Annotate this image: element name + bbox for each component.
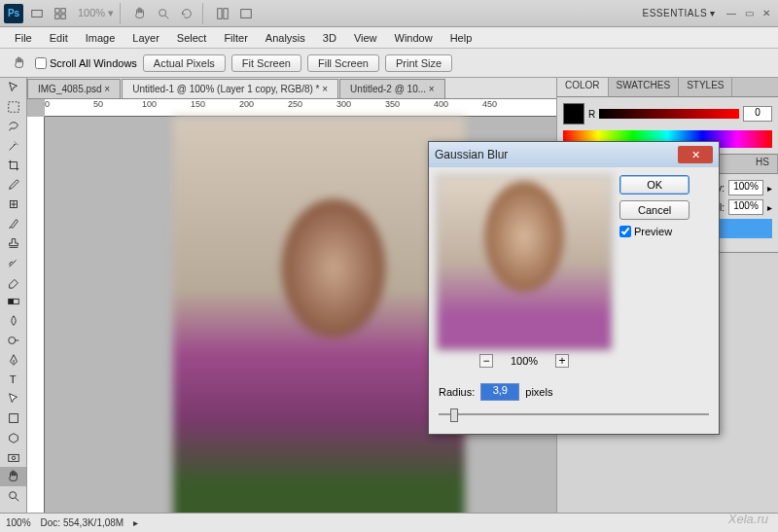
- menu-select[interactable]: Select: [168, 30, 216, 46]
- menu-image[interactable]: Image: [77, 30, 124, 46]
- menu-view[interactable]: View: [345, 30, 386, 46]
- svg-point-19: [9, 492, 16, 499]
- camera-tool[interactable]: [0, 447, 26, 467]
- wand-tool[interactable]: [0, 136, 26, 156]
- minimize-button[interactable]: —: [724, 7, 739, 20]
- svg-rect-2: [61, 8, 65, 12]
- blur-preview[interactable]: [437, 175, 612, 350]
- crop-tool[interactable]: [0, 156, 26, 175]
- zoom-out-button[interactable]: −: [479, 354, 493, 368]
- app-logo: Ps: [4, 4, 23, 23]
- document-tab[interactable]: Untitled-2 @ 10... ×: [339, 79, 445, 98]
- menu-layer[interactable]: Layer: [124, 30, 168, 46]
- menu-3d[interactable]: 3D: [314, 30, 345, 46]
- panel-tab-swatches[interactable]: SWATCHES: [609, 78, 680, 96]
- svg-point-14: [8, 337, 15, 344]
- hand-icon[interactable]: [130, 4, 150, 23]
- radius-input[interactable]: 3,9: [480, 383, 519, 401]
- brush-tool[interactable]: [0, 214, 26, 233]
- menu-filter[interactable]: Filter: [215, 30, 256, 46]
- stamp-tool[interactable]: [0, 233, 26, 253]
- preview-checkbox[interactable]: Preview: [619, 226, 690, 237]
- shape-tool[interactable]: [0, 408, 26, 428]
- panel-tab-styles[interactable]: STYLES: [679, 78, 732, 96]
- svg-rect-16: [9, 414, 18, 423]
- tools-panel: T: [0, 78, 27, 532]
- title-bar: Ps 100% ▾ ESSENTIALS ▾ — ▭ ✕: [0, 0, 778, 27]
- arrange-icon[interactable]: [213, 4, 232, 23]
- rotate-icon[interactable]: [177, 4, 196, 23]
- lasso-tool[interactable]: [0, 117, 26, 136]
- svg-line-20: [15, 498, 18, 502]
- radius-slider[interactable]: [439, 407, 709, 422]
- r-slider[interactable]: [599, 109, 739, 119]
- svg-rect-1: [55, 8, 59, 12]
- opacity-value[interactable]: 100%: [728, 180, 763, 195]
- screen-mode-icon[interactable]: [236, 4, 256, 23]
- eyedropper-tool[interactable]: [0, 175, 26, 195]
- svg-rect-10: [8, 102, 18, 113]
- healing-tool[interactable]: [0, 195, 26, 214]
- document-tab[interactable]: Untitled-1 @ 100% (Layer 1 copy, RGB/8) …: [122, 79, 338, 98]
- status-zoom[interactable]: 100%: [6, 517, 31, 528]
- fit-screen-button[interactable]: Fit Screen: [231, 54, 301, 72]
- svg-text:T: T: [9, 373, 16, 385]
- cancel-button[interactable]: Cancel: [619, 200, 690, 220]
- dialog-close-button[interactable]: ✕: [678, 146, 713, 163]
- blur-tool[interactable]: [0, 311, 26, 331]
- svg-rect-3: [55, 14, 59, 18]
- workspace-switcher[interactable]: ESSENTIALS ▾: [643, 8, 716, 18]
- marquee-tool[interactable]: [0, 97, 26, 117]
- dodge-tool[interactable]: [0, 331, 26, 350]
- panel-tab-extra[interactable]: HS: [748, 155, 778, 173]
- zoom-in-button[interactable]: +: [555, 354, 569, 368]
- zoom-tool[interactable]: [0, 486, 26, 506]
- ok-button[interactable]: OK: [619, 175, 690, 195]
- svg-rect-13: [8, 299, 13, 303]
- gradient-tool[interactable]: [0, 292, 26, 311]
- history-icon[interactable]: [51, 4, 70, 23]
- watermark: Xela.ru: [728, 512, 768, 526]
- 3d-tool[interactable]: [0, 428, 26, 447]
- tool-preset-icon[interactable]: [10, 53, 29, 73]
- zoom-icon[interactable]: [154, 4, 173, 23]
- svg-rect-9: [241, 9, 252, 18]
- pen-tool[interactable]: [0, 350, 26, 370]
- svg-rect-17: [8, 454, 18, 461]
- options-bar: Scroll All Windows Actual Pixels Fit Scr…: [0, 49, 778, 78]
- eraser-tool[interactable]: [0, 272, 26, 292]
- canvas-image[interactable]: [173, 117, 465, 532]
- gaussian-blur-dialog: Gaussian Blur ✕ − 100% + OK Cancel Previ…: [428, 141, 720, 435]
- close-button[interactable]: ✕: [759, 7, 774, 20]
- menu-window[interactable]: Window: [386, 30, 442, 46]
- actual-pixels-button[interactable]: Actual Pixels: [143, 54, 226, 72]
- print-size-button[interactable]: Print Size: [385, 54, 452, 72]
- type-tool[interactable]: T: [0, 370, 26, 389]
- fill-screen-button[interactable]: Fill Screen: [307, 54, 379, 72]
- svg-line-6: [165, 15, 169, 18]
- path-tool[interactable]: [0, 389, 26, 408]
- maximize-button[interactable]: ▭: [741, 7, 757, 20]
- svg-rect-8: [224, 8, 228, 18]
- history-brush-tool[interactable]: [0, 253, 26, 272]
- document-tabs: IMG_4085.psd × Untitled-1 @ 100% (Layer …: [27, 78, 556, 99]
- hand-tool[interactable]: [0, 467, 26, 486]
- bridge-icon[interactable]: [27, 4, 47, 23]
- scroll-all-checkbox[interactable]: Scroll All Windows: [35, 57, 137, 69]
- menu-file[interactable]: File: [6, 30, 41, 46]
- r-value[interactable]: 0: [743, 106, 772, 122]
- menu-edit[interactable]: Edit: [41, 30, 77, 46]
- fill-value[interactable]: 100%: [728, 199, 763, 215]
- dialog-titlebar[interactable]: Gaussian Blur ✕: [429, 142, 719, 167]
- move-tool[interactable]: [0, 78, 26, 97]
- horizontal-ruler: 0 50 100 150 200 250 300 350 400 450: [45, 99, 556, 117]
- svg-point-18: [12, 456, 16, 460]
- preview-zoom: 100%: [511, 355, 538, 367]
- foreground-swatch[interactable]: [563, 103, 584, 124]
- panel-tab-color[interactable]: COLOR: [557, 78, 609, 96]
- title-zoom[interactable]: 100% ▾: [78, 7, 114, 19]
- menu-help[interactable]: Help: [442, 30, 481, 46]
- menu-analysis[interactable]: Analysis: [257, 30, 314, 46]
- document-tab[interactable]: IMG_4085.psd ×: [27, 79, 121, 98]
- radius-unit: pixels: [525, 386, 552, 398]
